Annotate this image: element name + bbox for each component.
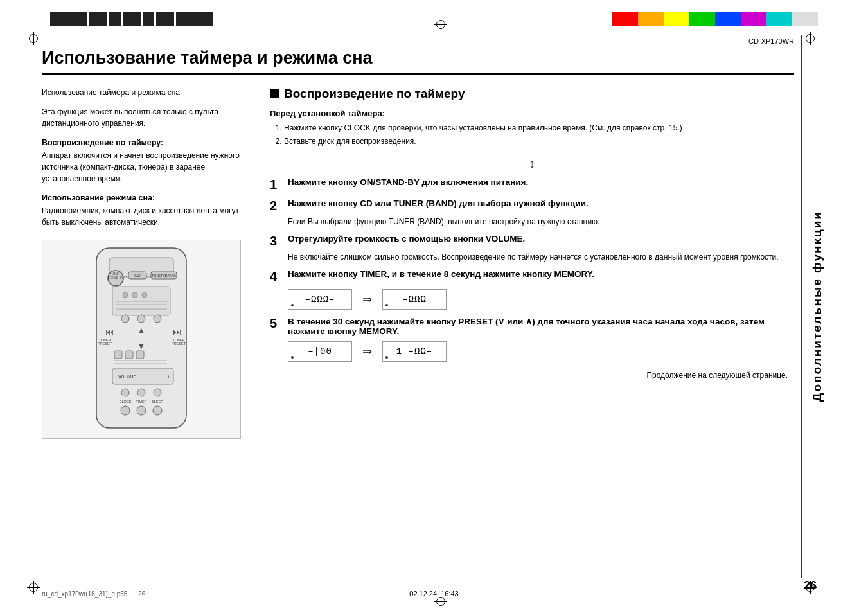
- display-after-5: 1 –ΩΩ–: [382, 341, 447, 362]
- svg-point-11: [132, 292, 137, 298]
- step-5-header: 5 В течение 30 секунд нажимайте кнопку P…: [270, 316, 794, 336]
- top-strip-right: [612, 12, 818, 26]
- display-before-5: –|00: [288, 341, 352, 362]
- arrow-right-4: ⇒: [362, 292, 372, 306]
- pre-step-2: Вставьте диск для воспроизведения.: [284, 136, 794, 147]
- black-block-3: [109, 12, 121, 26]
- right-column: Воспроизведение по таймеру Перед установ…: [270, 87, 794, 439]
- svg-text:⏭: ⏭: [173, 327, 181, 337]
- svg-text:STAND-BY: STAND-BY: [108, 276, 125, 280]
- color-purple: [741, 12, 766, 26]
- sidebar-column: Дополнительные функции: [801, 35, 833, 578]
- footer-page: 26: [138, 591, 145, 598]
- step-2-title: Нажмите кнопку CD или TUNER (BAND) для в…: [288, 199, 589, 208]
- color-orange: [638, 12, 664, 26]
- pre-steps-title: Перед установкой таймера:: [270, 109, 794, 118]
- svg-point-36: [121, 389, 129, 396]
- section2-title: Использование режима сна:: [42, 193, 254, 202]
- step-4-number: 4: [270, 269, 284, 284]
- breadcrumb-text: Использование таймера и режима сна: [42, 87, 254, 98]
- svg-text:SLEEP: SLEEP: [152, 400, 163, 404]
- svg-point-16: [121, 315, 129, 323]
- step-2: 2 Нажмите кнопку CD или TUNER (BAND) для…: [270, 199, 794, 227]
- svg-point-37: [137, 389, 145, 396]
- pre-step-1: Нажмите кнопку CLOCK для проверки, что ч…: [284, 122, 794, 134]
- svg-rect-29: [136, 351, 144, 359]
- step-3-number: 3: [270, 234, 284, 249]
- svg-point-42: [121, 406, 130, 415]
- footer-file: ru_cd_xp170wr(18_31)_e.p65: [42, 591, 127, 598]
- section-title: Воспроизведение по таймеру: [284, 87, 465, 101]
- footer-date: 02.12.24, 16:43: [409, 590, 458, 598]
- black-block-2: [89, 12, 107, 26]
- step-2-number: 2: [270, 199, 284, 213]
- display-dot-2: [385, 304, 388, 306]
- step-2-header: 2 Нажмите кнопку CD или TUNER (BAND) для…: [270, 199, 794, 213]
- step-3-header: 3 Отрегулируйте громкость с помощью кноп…: [270, 234, 794, 249]
- remote-image-container: ON/ STAND-BY CD TUNER(BAND): [42, 240, 241, 439]
- svg-point-43: [137, 406, 146, 415]
- black-block-7: [176, 12, 213, 26]
- svg-text:▼: ▼: [137, 341, 146, 351]
- step-3-text: Не включайте слишком сильно громкость. В…: [288, 251, 794, 263]
- svg-text:⏮: ⏮: [105, 327, 114, 337]
- page-title: Использование таймера и режима сна: [42, 48, 794, 75]
- svg-point-12: [142, 292, 147, 298]
- svg-text:TUNER(BAND): TUNER(BAND): [152, 274, 176, 278]
- step-5-title: В течение 30 секунд нажимайте кнопку PRE…: [288, 317, 765, 336]
- section1-title: Воспроизведение по таймеру:: [42, 138, 254, 147]
- model-number: CD-XP170WR: [748, 37, 794, 45]
- svg-text:CLOCK: CLOCK: [120, 400, 132, 404]
- remote-svg: ON/ STAND-BY CD TUNER(BAND): [77, 245, 206, 434]
- left-tick-1: [15, 129, 23, 129]
- display-text-before-4: –ΩΩΩ–: [305, 294, 335, 305]
- top-strip-left: [50, 12, 213, 26]
- step-4: 4 Нажмите кнопку TIMER, и в течение 8 се…: [270, 269, 794, 310]
- step-1-number: 1: [270, 177, 284, 192]
- display-dot-1: [291, 304, 294, 306]
- black-block-1: [50, 12, 87, 26]
- svg-text:CD: CD: [134, 273, 141, 278]
- black-block-5: [143, 12, 154, 26]
- svg-rect-28: [125, 351, 133, 359]
- color-cyan: [766, 12, 792, 26]
- svg-text:PRESET: PRESET: [98, 342, 112, 346]
- arrow-down: ↕: [270, 156, 794, 171]
- step-1: 1 Нажмите кнопку ON/STAND-BY для включен…: [270, 177, 794, 192]
- step-1-title: Нажмите кнопку ON/STAND-BY для включения…: [288, 177, 528, 187]
- svg-point-38: [154, 389, 161, 396]
- color-blue: [715, 12, 741, 26]
- left-tick-2: [15, 484, 23, 484]
- svg-point-44: [153, 406, 162, 415]
- black-block-6: [156, 12, 174, 26]
- svg-text:TIMER: TIMER: [136, 400, 146, 404]
- intro-text: Эта функция может выполняться только с п…: [42, 106, 254, 129]
- svg-rect-27: [114, 351, 122, 359]
- section-header: Воспроизведение по таймеру: [270, 87, 794, 101]
- pre-steps-list: Нажмите кнопку CLOCK для проверки, что ч…: [284, 122, 794, 147]
- color-red: [612, 12, 638, 26]
- step-5: 5 В течение 30 секунд нажимайте кнопку P…: [270, 316, 794, 362]
- display-dot-4: [385, 356, 388, 359]
- footer-center: 02.12.24, 16:43: [409, 590, 458, 598]
- step-4-title: Нажмите кнопку TIMER, и в течение 8 секу…: [288, 269, 594, 279]
- step-4-header: 4 Нажмите кнопку TIMER, и в течение 8 се…: [270, 269, 794, 284]
- footer-left: ru_cd_xp170wr(18_31)_e.p65 26: [42, 591, 145, 598]
- color-green: [689, 12, 715, 26]
- display-dot-3: [291, 356, 294, 359]
- step-3-title: Отрегулируйте громкость с помощью кнопки…: [288, 234, 525, 244]
- step-2-text: Если Вы выбрали функцию TUNER (BAND), вы…: [288, 216, 794, 227]
- section-header-block: [270, 89, 279, 98]
- left-column: Использование таймера и режима сна Эта ф…: [42, 87, 254, 439]
- svg-text:▲: ▲: [137, 325, 146, 335]
- arrow-right-5: ⇒: [362, 344, 372, 359]
- step-5-number: 5: [270, 316, 284, 331]
- color-white: [792, 12, 818, 26]
- page-title-area: Использование таймера и режима сна: [42, 48, 794, 75]
- page-number: 26: [804, 579, 817, 592]
- step-5-display: –|00 ⇒ 1 –ΩΩ–: [288, 341, 794, 362]
- svg-text:+: +: [167, 374, 170, 380]
- step-4-display: –ΩΩΩ– ⇒ –ΩΩΩ: [288, 289, 794, 310]
- display-after-4: –ΩΩΩ: [382, 289, 447, 310]
- display-text-after-5: 1 –ΩΩ–: [396, 346, 432, 357]
